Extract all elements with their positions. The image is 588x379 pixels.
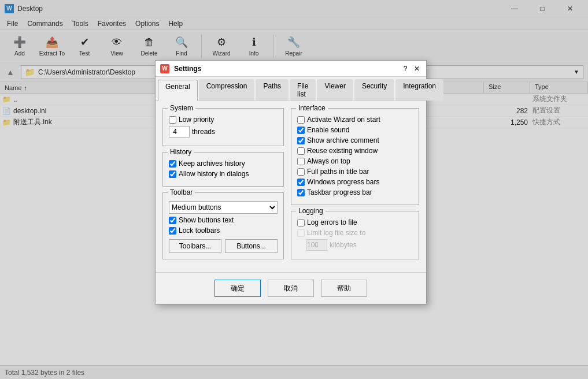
reuse-window-label[interactable]: Reuse existing window <box>307 147 378 155</box>
limit-log-row: Limit log file size to <box>297 229 413 237</box>
log-errors-label[interactable]: Log errors to file <box>307 218 357 226</box>
always-on-top-label[interactable]: Always on top <box>307 157 350 165</box>
kilobytes-label: kilobytes <box>330 241 357 249</box>
windows-progress-row: Windows progress bars <box>297 178 413 186</box>
show-buttons-checkbox[interactable] <box>169 217 176 224</box>
show-buttons-row: Show buttons text <box>169 216 278 224</box>
button-size-dropdown[interactable]: Small buttons Medium buttons Large butto… <box>169 201 278 214</box>
lock-toolbars-row: Lock toolbars <box>169 226 278 235</box>
enable-sound-label[interactable]: Enable sound <box>307 126 349 134</box>
show-archive-row: Show archive comment <box>297 136 413 144</box>
tab-paths[interactable]: Paths <box>256 79 289 101</box>
enable-sound-row: Enable sound <box>297 126 413 134</box>
taskbar-progress-label[interactable]: Taskbar progress bar <box>307 188 372 196</box>
help-button[interactable]: 帮助 <box>321 280 367 297</box>
allow-history-row: Allow history in dialogs <box>169 170 278 178</box>
dialog-close-button[interactable]: ✕ <box>412 64 421 73</box>
activate-wizard-label[interactable]: Activate Wizard on start <box>307 116 380 124</box>
toolbars-button[interactable]: Toolbars... <box>169 239 221 253</box>
always-on-top-row: Always on top <box>297 157 413 165</box>
dialog-content: System Low priority threads History <box>156 101 426 272</box>
tab-integration[interactable]: Integration <box>395 79 443 101</box>
reuse-window-checkbox[interactable] <box>297 147 305 155</box>
tab-bar: General Compression Paths File list View… <box>156 77 426 101</box>
log-errors-checkbox[interactable] <box>297 219 305 226</box>
toolbar-group-title: Toolbar <box>168 188 195 196</box>
left-panel: System Low priority threads History <box>162 108 284 265</box>
log-size-row: kilobytes <box>297 239 413 251</box>
keep-archives-checkbox[interactable] <box>169 160 176 168</box>
dialog-help-button[interactable]: ? <box>401 64 410 73</box>
windows-progress-checkbox[interactable] <box>297 179 305 186</box>
limit-log-label: Limit log file size to <box>307 229 365 237</box>
logging-group-title: Logging <box>296 207 326 215</box>
low-priority-checkbox[interactable] <box>169 116 176 124</box>
allow-history-label[interactable]: Allow history in dialogs <box>179 170 249 178</box>
tab-compression[interactable]: Compression <box>199 79 255 101</box>
reuse-window-row: Reuse existing window <box>297 147 413 155</box>
history-group: History Keep archives history Allow hist… <box>162 152 284 187</box>
buttons-button[interactable]: Buttons... <box>225 239 278 253</box>
low-priority-row: Low priority <box>169 116 278 124</box>
system-group: System Low priority threads <box>162 108 284 146</box>
threads-row: threads <box>169 126 278 138</box>
taskbar-progress-row: Taskbar progress bar <box>297 188 413 196</box>
interface-group: Interface Activate Wizard on start Enabl… <box>291 108 419 205</box>
threads-input[interactable] <box>169 126 190 138</box>
always-on-top-checkbox[interactable] <box>297 158 305 165</box>
full-paths-row: Full paths in title bar <box>297 168 413 176</box>
show-archive-label[interactable]: Show archive comment <box>307 136 379 144</box>
windows-progress-label[interactable]: Windows progress bars <box>307 178 379 186</box>
dialog-title-bar: W Settings ? ✕ <box>156 61 426 77</box>
toolbar-dropdown-row: Small buttons Medium buttons Large butto… <box>169 201 278 214</box>
toolbar-buttons-row: Toolbars... Buttons... <box>169 239 278 253</box>
dialog-title-text: Settings <box>174 65 398 73</box>
tab-viewer[interactable]: Viewer <box>317 79 353 101</box>
full-paths-label[interactable]: Full paths in title bar <box>307 168 369 176</box>
cancel-button[interactable]: 取消 <box>268 280 314 297</box>
tab-general[interactable]: General <box>158 80 198 101</box>
activate-wizard-row: Activate Wizard on start <box>297 116 413 124</box>
taskbar-progress-checkbox[interactable] <box>297 189 305 196</box>
lock-toolbars-label[interactable]: Lock toolbars <box>179 226 220 235</box>
full-paths-checkbox[interactable] <box>297 168 305 176</box>
enable-sound-checkbox[interactable] <box>297 127 305 134</box>
keep-archives-row: Keep archives history <box>169 159 278 168</box>
history-group-title: History <box>168 148 194 156</box>
show-archive-checkbox[interactable] <box>297 137 305 144</box>
threads-label: threads <box>192 128 215 136</box>
right-panel: Interface Activate Wizard on start Enabl… <box>291 108 419 265</box>
tab-file-list[interactable]: File list <box>290 79 316 101</box>
log-size-input[interactable] <box>306 239 327 251</box>
allow-history-checkbox[interactable] <box>169 170 176 178</box>
log-errors-row: Log errors to file <box>297 218 413 226</box>
settings-dialog: W Settings ? ✕ General Compression Paths… <box>155 60 427 304</box>
limit-log-checkbox[interactable] <box>297 229 305 237</box>
low-priority-label[interactable]: Low priority <box>179 116 214 124</box>
toolbar-group: Toolbar Small buttons Medium buttons Lar… <box>162 192 284 259</box>
dialog-icon: W <box>160 64 169 73</box>
lock-toolbars-checkbox[interactable] <box>169 227 176 235</box>
dialog-footer: 确定 取消 帮助 <box>156 272 426 304</box>
show-buttons-label[interactable]: Show buttons text <box>179 216 234 224</box>
ok-button[interactable]: 确定 <box>215 280 261 297</box>
interface-group-title: Interface <box>296 104 328 112</box>
system-group-title: System <box>168 104 195 112</box>
activate-wizard-checkbox[interactable] <box>297 116 305 124</box>
tab-security[interactable]: Security <box>354 79 394 101</box>
keep-archives-label[interactable]: Keep archives history <box>179 159 245 168</box>
modal-overlay: W Settings ? ✕ General Compression Paths… <box>0 0 588 379</box>
logging-group: Logging Log errors to file Limit log fil… <box>291 211 419 259</box>
